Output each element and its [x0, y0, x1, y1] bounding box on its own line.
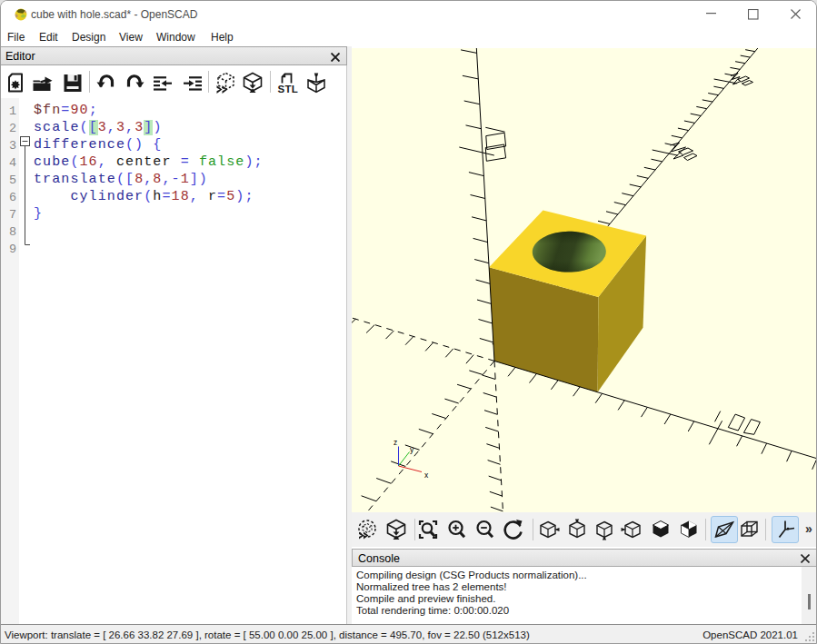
svg-text:STL: STL	[278, 84, 299, 94]
svg-text:z: z	[394, 438, 397, 447]
